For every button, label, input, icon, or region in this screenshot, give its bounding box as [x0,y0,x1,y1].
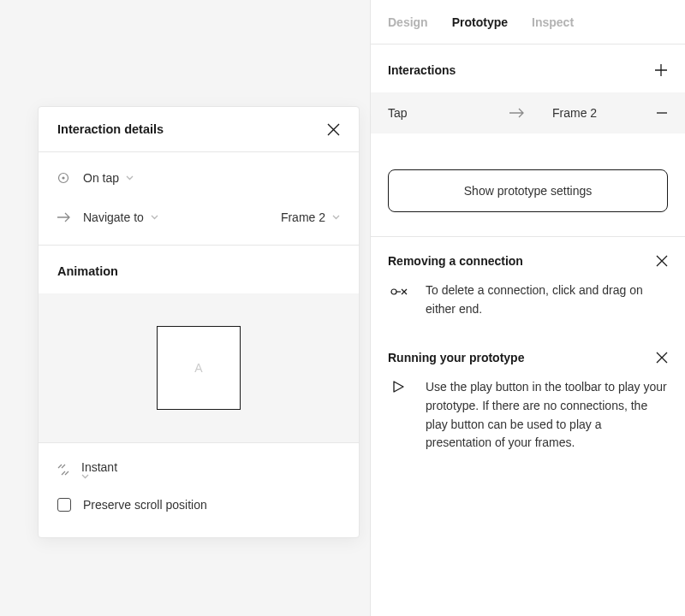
checkbox-icon [57,498,71,512]
tab-prototype[interactable]: Prototype [452,15,508,29]
modal-title: Interaction details [57,122,164,136]
trigger-value: On tap [83,171,119,185]
tap-icon [57,172,83,184]
chevron-down-icon [126,175,134,181]
interactions-header: Interactions [371,44,685,92]
close-icon[interactable] [327,123,340,136]
close-icon[interactable] [656,255,668,267]
tip-text: Use the play button in the toolbar to pl… [426,378,668,453]
tip-text: To delete a connection, click and drag o… [426,281,668,318]
preserve-scroll-checkbox[interactable]: Preserve scroll position [39,488,359,520]
instant-icon [57,464,69,476]
animation-title: Animation [39,245,359,293]
interaction-row[interactable]: Tap Frame 2 [371,92,685,133]
destination-dropdown[interactable]: Frame 2 [281,210,340,224]
trigger-dropdown[interactable]: On tap [83,171,134,185]
chevron-down-icon [332,215,340,220]
chevron-down-icon [151,215,158,220]
panel-tabs: Design Prototype Inspect [371,0,685,44]
svg-point-2 [62,176,64,179]
show-prototype-settings-button[interactable]: Show prototype settings [388,169,668,212]
chevron-down-icon [81,474,117,479]
easing-value: Instant [81,460,117,474]
interaction-target: Frame 2 [552,106,656,120]
tip-title: Running your prototype [388,351,524,364]
interaction-trigger: Tap [388,106,509,120]
add-interaction-icon[interactable] [654,63,668,77]
prototype-sidebar: Design Prototype Inspect Interactions Ta… [370,0,685,616]
destination-value: Frame 2 [281,210,325,224]
tip-title: Removing a connection [388,254,523,268]
easing-dropdown[interactable]: Instant [81,460,117,479]
preserve-scroll-label: Preserve scroll position [83,498,207,512]
tab-inspect[interactable]: Inspect [532,15,574,29]
tab-design[interactable]: Design [388,15,428,29]
svg-point-0 [391,289,396,294]
play-icon [388,378,408,394]
remove-interaction-icon[interactable] [656,107,668,119]
interaction-details-modal: Interaction details On tap Navigate to F… [38,106,360,538]
arrow-right-icon [57,212,83,222]
tip-removing-connection: Removing a connection To delete a connec… [371,237,685,334]
interactions-title: Interactions [388,63,456,77]
action-dropdown[interactable]: Navigate to [83,210,158,224]
animation-preview-frame: A [157,326,241,410]
tip-running-prototype: Running your prototype Use the play butt… [371,334,685,468]
action-value: Navigate to [83,210,144,224]
remove-connection-icon [388,281,408,300]
arrow-right-icon [509,108,552,118]
close-icon[interactable] [656,352,668,364]
animation-preview: A [39,293,359,442]
